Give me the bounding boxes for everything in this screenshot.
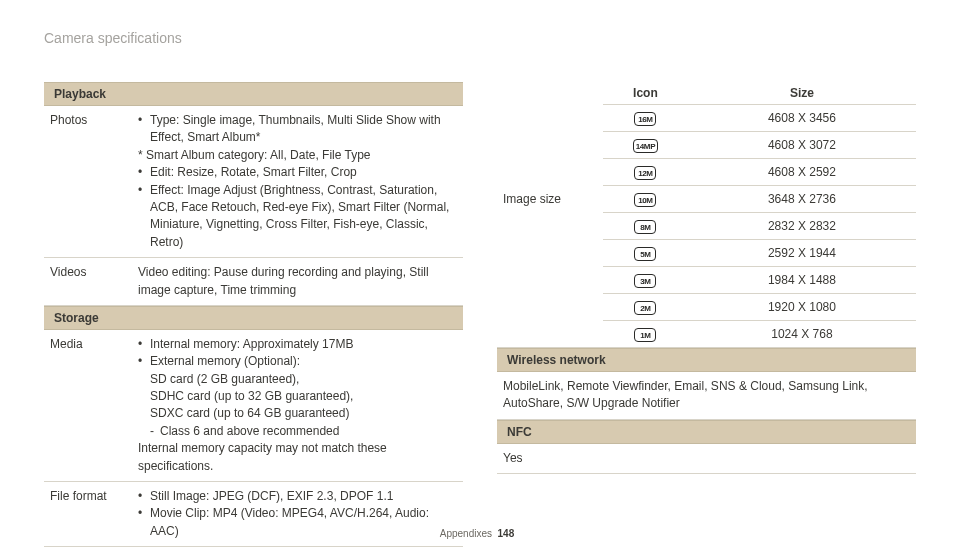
page: Camera specifications Playback Photos Ty… — [0, 0, 954, 557]
value-photos: Type: Single image, Thumbnails, Multi Sl… — [138, 112, 463, 251]
size-value-cell: 3648 X 2736 — [688, 186, 916, 213]
size-icon-cell: 10M — [603, 186, 688, 213]
media-sd: SD card (2 GB guaranteed), — [138, 371, 457, 388]
left-column: Playback Photos Type: Single image, Thum… — [44, 82, 463, 547]
resolution-icon: 16M — [634, 112, 656, 126]
size-value-cell: 1920 X 1080 — [688, 294, 916, 321]
size-row: 16M4608 X 3456 — [603, 105, 916, 132]
size-icon-cell: 8M — [603, 213, 688, 240]
th-size: Size — [688, 82, 916, 105]
resolution-icon: 14MP — [633, 139, 658, 153]
value-videos: Video editing: Pause during recording an… — [138, 264, 463, 299]
size-value-cell: 1024 X 768 — [688, 321, 916, 348]
size-icon-cell: 5M — [603, 240, 688, 267]
photos-edit: Edit: Resize, Rotate, Smart Filter, Crop — [138, 164, 457, 181]
label-photos: Photos — [44, 112, 138, 251]
size-row: 10M3648 X 2736 — [603, 186, 916, 213]
size-value-cell: 4608 X 3072 — [688, 132, 916, 159]
resolution-icon: 2M — [634, 301, 656, 315]
columns: Playback Photos Type: Single image, Thum… — [44, 82, 916, 547]
resolution-icon: 5M — [634, 247, 656, 261]
resolution-icon: 12M — [634, 166, 656, 180]
page-footer: Appendixes 148 — [0, 528, 954, 539]
size-icon-cell: 2M — [603, 294, 688, 321]
th-icon: Icon — [603, 82, 688, 105]
value-media: Internal memory: Approximately 17MB Exte… — [138, 336, 463, 475]
size-icon-cell: 12M — [603, 159, 688, 186]
right-column: Image size Icon Size 16M4608 X 345614MP4… — [497, 82, 916, 547]
size-row: 2M1920 X 1080 — [603, 294, 916, 321]
size-icon-cell: 3M — [603, 267, 688, 294]
photos-type: Type: Single image, Thumbnails, Multi Sl… — [138, 112, 457, 147]
row-imagesize: Image size Icon Size 16M4608 X 345614MP4… — [497, 82, 916, 348]
media-external: External memory (Optional): — [138, 353, 457, 370]
resolution-icon: 1M — [634, 328, 656, 342]
size-value-cell: 4608 X 3456 — [688, 105, 916, 132]
resolution-icon: 10M — [634, 193, 656, 207]
section-playback: Playback — [44, 82, 463, 106]
media-note: Internal memory capacity may not match t… — [138, 440, 457, 475]
size-icon-cell: 1M — [603, 321, 688, 348]
size-icon-cell: 16M — [603, 105, 688, 132]
section-wireless: Wireless network — [497, 348, 916, 372]
size-row: 12M4608 X 2592 — [603, 159, 916, 186]
media-class: Class 6 and above recommended — [138, 423, 457, 440]
label-media: Media — [44, 336, 138, 475]
ff-still: Still Image: JPEG (DCF), EXIF 2.3, DPOF … — [138, 488, 457, 505]
section-storage: Storage — [44, 306, 463, 330]
label-videos: Videos — [44, 264, 138, 299]
page-header: Camera specifications — [44, 30, 182, 46]
size-row: 8M2832 X 2832 — [603, 213, 916, 240]
media-internal: Internal memory: Approximately 17MB — [138, 336, 457, 353]
section-nfc: NFC — [497, 420, 916, 444]
resolution-icon: 3M — [634, 274, 656, 288]
wireless-value: MobileLink, Remote Viewfinder, Email, SN… — [497, 372, 916, 420]
row-videos: Videos Video editing: Pause during recor… — [44, 258, 463, 306]
size-value-cell: 4608 X 2592 — [688, 159, 916, 186]
size-row: 3M1984 X 1488 — [603, 267, 916, 294]
row-media: Media Internal memory: Approximately 17M… — [44, 330, 463, 482]
media-sdhc: SDHC card (up to 32 GB guaranteed), — [138, 388, 457, 405]
size-value-cell: 2592 X 1944 — [688, 240, 916, 267]
photos-effect: Effect: Image Adjust (Brightness, Contra… — [138, 182, 457, 252]
photos-smartalbum-note: * Smart Album category: All, Date, File … — [138, 147, 457, 164]
footer-section: Appendixes — [440, 528, 492, 539]
size-row: 1M1024 X 768 — [603, 321, 916, 348]
size-icon-cell: 14MP — [603, 132, 688, 159]
image-size-table: Icon Size 16M4608 X 345614MP4608 X 30721… — [603, 82, 916, 347]
footer-page: 148 — [498, 528, 515, 539]
nfc-value: Yes — [497, 444, 916, 474]
size-row: 5M2592 X 1944 — [603, 240, 916, 267]
row-photos: Photos Type: Single image, Thumbnails, M… — [44, 106, 463, 258]
size-row: 14MP4608 X 3072 — [603, 132, 916, 159]
resolution-icon: 8M — [634, 220, 656, 234]
media-sdxc: SDXC card (up to 64 GB guaranteed) — [138, 405, 457, 422]
size-value-cell: 2832 X 2832 — [688, 213, 916, 240]
size-value-cell: 1984 X 1488 — [688, 267, 916, 294]
label-imagesize: Image size — [497, 82, 603, 347]
